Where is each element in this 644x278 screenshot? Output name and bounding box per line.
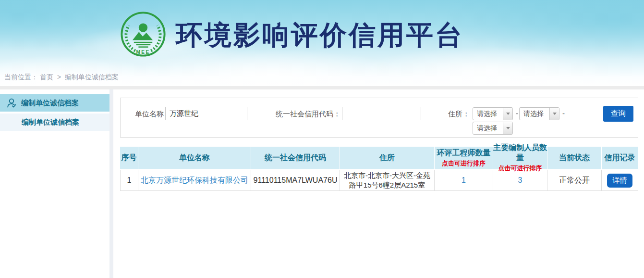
main-panel: 单位名称： 统一社会信用代码： 住所： 请选择 - 请选择 - 请选择 bbox=[113, 89, 644, 278]
col-header-index: 序号 bbox=[120, 147, 138, 169]
sidebar-item-label: 编制单位诚信档案 bbox=[21, 99, 79, 108]
city-select-button[interactable] bbox=[549, 108, 559, 120]
city-select-value: 请选择 bbox=[520, 108, 549, 120]
province-select[interactable]: 请选择 bbox=[473, 107, 513, 120]
query-button[interactable]: 查询 bbox=[603, 106, 633, 122]
breadcrumb-home-link[interactable]: 首页 bbox=[40, 73, 53, 81]
address-text: 北京市-北京市-大兴区-金苑路甲15号6幢2层A215室 bbox=[340, 171, 434, 190]
sort-hint: 点击可进行排序 bbox=[442, 159, 486, 168]
address-dash-1: - bbox=[516, 109, 518, 117]
province-select-button[interactable] bbox=[503, 108, 512, 120]
col-header-staff-count-sortable[interactable]: 主要编制人员数量 点击可进行排序 bbox=[493, 147, 547, 169]
breadcrumb-separator: > bbox=[57, 73, 61, 81]
breadcrumb-prefix: 当前位置： bbox=[4, 73, 38, 81]
city-select[interactable]: 请选择 bbox=[519, 107, 559, 120]
sidebar-item-credit-archive[interactable]: 编制单位诚信档案 bbox=[0, 94, 109, 112]
breadcrumb-current: 编制单位诚信档案 bbox=[65, 73, 119, 81]
col-header-engineer-count-sortable[interactable]: 环评工程师数量 点击可进行排序 bbox=[435, 147, 493, 169]
search-panel: 单位名称： 统一社会信用代码： 住所： 请选择 - 请选择 - 请选择 bbox=[120, 98, 638, 138]
address-dash-2: - bbox=[562, 109, 565, 117]
page-title: 环境影响评价信用平台 bbox=[176, 16, 464, 54]
col-header-status: 当前状态 bbox=[547, 147, 602, 169]
district-select-button[interactable] bbox=[503, 122, 512, 134]
credit-code-label: 统一社会信用代码： bbox=[273, 110, 340, 119]
cell-index: 1 bbox=[121, 170, 138, 190]
col-header-engineer-count-label: 环评工程师数量 bbox=[437, 148, 491, 158]
sidebar-divider bbox=[109, 89, 113, 278]
col-header-unit-name: 单位名称 bbox=[138, 147, 251, 169]
site-header: MEE 环境影响评价信用平台 当前位置：首页 > 编制单位诚信档案 bbox=[0, 0, 644, 86]
sidebar: 编制单位诚信档案 编制单位诚信档案 bbox=[0, 89, 109, 278]
cell-credit-code: 91110115MA7LWUA76U bbox=[251, 170, 340, 190]
staff-count-link[interactable]: 3 bbox=[518, 176, 522, 185]
mee-logo: MEE bbox=[120, 11, 166, 57]
cell-staff-count: 3 bbox=[493, 170, 547, 190]
mee-logo-text: MEE bbox=[136, 50, 150, 55]
col-header-staff-count-label: 主要编制人员数量 bbox=[493, 143, 547, 163]
col-header-credit-record: 信用记录 bbox=[602, 147, 638, 169]
col-header-credit-code: 统一社会信用代码 bbox=[251, 147, 340, 169]
district-select[interactable]: 请选择 bbox=[473, 122, 513, 135]
province-select-value: 请选择 bbox=[473, 108, 503, 120]
breadcrumb: 当前位置：首页 > 编制单位诚信档案 bbox=[4, 73, 121, 82]
engineer-count-link[interactable]: 1 bbox=[462, 176, 466, 185]
detail-button[interactable]: 详情 bbox=[607, 174, 632, 188]
credit-code-input[interactable] bbox=[342, 107, 421, 120]
table-row: 1 北京万源世纪环保科技有限公司 91110115MA7LWUA76U 北京市-… bbox=[120, 170, 638, 191]
cell-action: 详情 bbox=[602, 170, 638, 190]
unit-name-input[interactable] bbox=[165, 107, 247, 120]
chevron-down-icon bbox=[506, 113, 510, 115]
chevron-down-icon bbox=[506, 127, 510, 129]
results-table: 序号 单位名称 统一社会信用代码 住所 环评工程师数量 点击可进行排序 主要编制… bbox=[120, 147, 638, 191]
cell-status: 正常公开 bbox=[547, 170, 602, 190]
sidebar-subitem-credit-archive[interactable]: 编制单位诚信档案 bbox=[0, 114, 109, 131]
user-check-icon bbox=[6, 98, 17, 108]
sidebar-subitem-label: 编制单位诚信档案 bbox=[22, 118, 79, 127]
cell-engineer-count: 1 bbox=[435, 170, 493, 190]
cell-address: 北京市-北京市-大兴区-金苑路甲15号6幢2层A215室 bbox=[340, 170, 435, 190]
table-header-row: 序号 单位名称 统一社会信用代码 住所 环评工程师数量 点击可进行排序 主要编制… bbox=[120, 147, 638, 169]
col-header-address: 住所 bbox=[340, 147, 435, 169]
district-select-value: 请选择 bbox=[473, 122, 503, 134]
header-divider bbox=[0, 86, 644, 89]
chevron-down-icon bbox=[553, 113, 557, 115]
unit-name-link[interactable]: 北京万源世纪环保科技有限公司 bbox=[141, 176, 248, 186]
content-area: 编制单位诚信档案 编制单位诚信档案 单位名称： 统一社会信用代码： 住所： 请选… bbox=[0, 89, 644, 278]
address-label: 住所： bbox=[448, 110, 470, 119]
page: MEE 环境影响评价信用平台 当前位置：首页 > 编制单位诚信档案 编制单位诚信… bbox=[0, 0, 644, 278]
cell-unit-name: 北京万源世纪环保科技有限公司 bbox=[138, 170, 251, 190]
